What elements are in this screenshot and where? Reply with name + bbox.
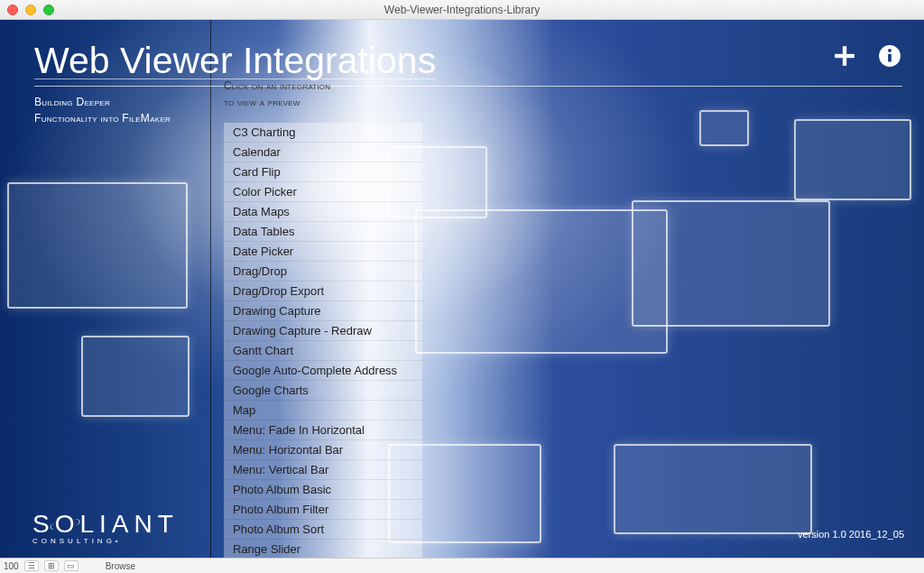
list-instruction: Click on an integration to view a prevew xyxy=(224,78,422,110)
bg-rect xyxy=(614,444,812,534)
page-subtitle: Building Deeper Functionality into FileM… xyxy=(34,94,902,126)
info-button[interactable] xyxy=(877,43,902,69)
content-area: Web Viewer Integrations Building Deeper … xyxy=(0,20,924,558)
instruction-line: to view a prevew xyxy=(224,96,300,108)
status-view-button[interactable]: ⊞ xyxy=(44,560,59,571)
subtitle-line: Building Deeper xyxy=(34,96,110,108)
integration-item[interactable]: Google Auto-Complete Address xyxy=(224,361,422,381)
integration-item[interactable]: Gantt Chart xyxy=(224,341,422,361)
top-icons xyxy=(832,43,902,69)
integration-item[interactable]: Data Tables xyxy=(224,222,422,242)
plus-icon xyxy=(833,44,856,68)
logo-subtext: CONSULTING• xyxy=(32,537,179,545)
version-label: version 1.0 2016_12_05 xyxy=(798,529,904,540)
integration-item[interactable]: Color Picker xyxy=(224,182,422,202)
integration-item[interactable]: Date Picker xyxy=(224,242,422,262)
svg-rect-1 xyxy=(835,54,855,58)
integration-list-section: Click on an integration to view a prevew… xyxy=(224,78,422,558)
integration-item[interactable]: Photo Album Filter xyxy=(224,500,422,520)
integration-item[interactable]: Map xyxy=(224,401,422,421)
add-button[interactable] xyxy=(832,43,857,69)
bg-rect xyxy=(632,200,830,327)
instruction-line: Click on an integration xyxy=(224,79,330,92)
header: Web Viewer Integrations Building Deeper … xyxy=(34,40,902,126)
status-layout-button[interactable]: ▭ xyxy=(64,560,79,571)
logo: SOLIANT CONSULTING• xyxy=(32,513,179,545)
integration-item[interactable]: Photo Album Basic xyxy=(224,480,422,500)
integration-list: C3 ChartingCalendarCard FlipColor Picker… xyxy=(224,123,422,558)
integration-item[interactable]: Photo Album Sort xyxy=(224,520,422,540)
bg-rect xyxy=(794,119,911,200)
bg-rect xyxy=(81,336,189,417)
integration-item[interactable]: Menu: Horizontal Bar xyxy=(224,440,422,460)
svg-rect-3 xyxy=(888,54,892,62)
subtitle-line: Functionality into FileMaker xyxy=(34,112,171,125)
status-toggle-button[interactable]: ☰ xyxy=(24,560,39,571)
integration-item[interactable]: Google Charts xyxy=(224,381,422,401)
integration-item[interactable]: C3 Charting xyxy=(224,123,422,143)
record-count: 100 xyxy=(4,561,19,571)
integration-item[interactable]: Range Slider xyxy=(224,540,422,558)
logo-text: SOLIANT xyxy=(32,513,179,535)
window-title: Web-Viewer-Integrations-Library xyxy=(0,4,924,16)
integration-item[interactable]: Calendar xyxy=(224,143,422,162)
info-icon xyxy=(878,44,901,68)
integration-item[interactable]: Drawing Capture xyxy=(224,301,422,321)
integration-item[interactable]: Data Maps xyxy=(224,202,422,222)
bg-rect xyxy=(7,182,188,309)
window-title-bar: Web-Viewer-Integrations-Library xyxy=(0,0,924,20)
mode-label: Browse xyxy=(106,561,135,571)
integration-item[interactable]: Drag/Drop xyxy=(224,262,422,282)
integration-item[interactable]: Drawing Capture - Redraw xyxy=(224,321,422,341)
integration-item[interactable]: Menu: Vertical Bar xyxy=(224,460,422,480)
integration-item[interactable]: Card Flip xyxy=(224,162,422,182)
integration-item[interactable]: Drag/Drop Export xyxy=(224,282,422,301)
status-bar: 100 ☰ ⊞ ▭ Browse xyxy=(0,558,924,573)
page-title: Web Viewer Integrations xyxy=(34,40,902,87)
bg-rect xyxy=(415,209,668,354)
svg-point-4 xyxy=(888,49,892,52)
integration-item[interactable]: Menu: Fade In Horizontal xyxy=(224,421,422,440)
